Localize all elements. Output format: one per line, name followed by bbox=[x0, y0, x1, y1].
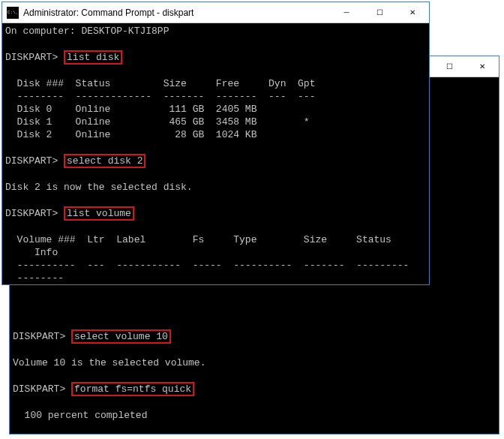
prompt: DISKPART> bbox=[13, 383, 65, 395]
disk-row: Disk 0 Online 111 GB 2405 MB bbox=[5, 104, 256, 115]
volume-sep: ---------- --- ----------- ----- -------… bbox=[5, 260, 409, 271]
close-button[interactable]: ✕ bbox=[396, 2, 429, 23]
cmd-select-volume: select volume 10 bbox=[71, 329, 171, 344]
prompt: DISKPART> bbox=[5, 155, 58, 167]
terminal-body-front[interactable]: On computer: DESKTOP-KTJI8PP DISKPART> l… bbox=[2, 23, 429, 284]
selected-disk-msg: Disk 2 is now the selected disk. bbox=[5, 182, 193, 193]
window-buttons-front: ─ ☐ ✕ bbox=[330, 2, 429, 23]
cmd-list-volume: list volume bbox=[64, 206, 134, 221]
prompt: DISKPART> bbox=[5, 208, 58, 219]
selected-volume-msg: Volume 10 is the selected volume. bbox=[13, 357, 206, 368]
window-title-front: Administrator: Command Prompt - diskpart bbox=[23, 8, 330, 18]
cmd-select-disk: select disk 2 bbox=[64, 154, 146, 168]
cmd-format: format fs=ntfs quick bbox=[71, 382, 194, 396]
maximize-button[interactable]: ☐ bbox=[363, 2, 396, 23]
progress-msg: 100 percent completed bbox=[13, 410, 147, 421]
maximize-button[interactable]: ☐ bbox=[433, 56, 466, 77]
close-button[interactable]: ✕ bbox=[466, 56, 499, 77]
titlebar-front[interactable]: Administrator: Command Prompt - diskpart… bbox=[2, 2, 429, 23]
prompt: DISKPART> bbox=[13, 331, 65, 342]
volume-sep-cont: -------- bbox=[5, 272, 64, 284]
volume-header: Volume ### Ltr Label Fs Type Size Status bbox=[5, 234, 392, 245]
cmd-icon bbox=[7, 7, 19, 19]
disk-header: Disk ### Status Size Free Dyn Gpt bbox=[5, 78, 315, 89]
cmd-list-disk: list disk bbox=[64, 50, 122, 65]
volume-header-cont: Info bbox=[5, 247, 58, 258]
prompt: DISKPART> bbox=[5, 52, 58, 63]
disk-sep: -------- ------------- ------- ------- -… bbox=[5, 91, 315, 102]
cmd-window-front: Administrator: Command Prompt - diskpart… bbox=[2, 2, 430, 285]
computer-line: On computer: DESKTOP-KTJI8PP bbox=[5, 26, 169, 37]
disk-row: Disk 2 Online 28 GB 1024 KB bbox=[5, 129, 256, 140]
disk-row: Disk 1 Online 465 GB 3458 MB * bbox=[5, 116, 310, 128]
minimize-button[interactable]: ─ bbox=[330, 2, 363, 23]
